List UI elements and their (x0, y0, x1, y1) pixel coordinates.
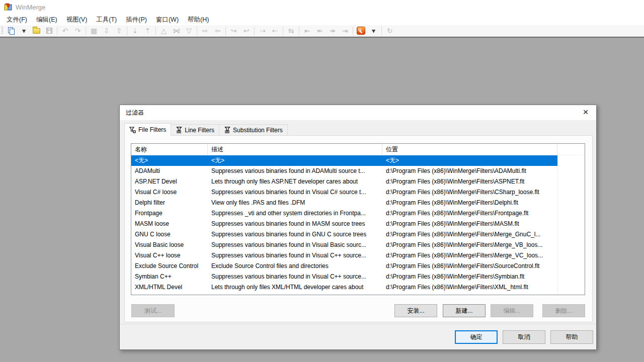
menu-item[interactable]: 工具(T) (92, 14, 121, 26)
tab-line-filters[interactable]: Line Filters (171, 124, 219, 135)
table-row[interactable]: Exclude Source ControlExclude Source Con… (131, 261, 585, 272)
column-header[interactable]: 位置 (382, 144, 557, 155)
cell-description: Suppresses various binaries found in MAS… (208, 219, 382, 229)
column-header[interactable]: 名称 (131, 144, 208, 155)
cell-description: <无> (208, 155, 382, 166)
filter-list-body: <无><无><无>ADAMultiSuppresses various bina… (131, 155, 585, 293)
table-row[interactable]: Delphi filterView only files .PAS and fi… (131, 198, 585, 208)
view-split-button: ▦ (88, 26, 100, 36)
new-file-button[interactable] (5, 26, 18, 36)
edit-button: 编辑... (491, 304, 533, 317)
current-difference-button: ⋈ (170, 26, 183, 36)
cell-name: Symbian C++ (131, 272, 208, 282)
new-pages-icon (8, 27, 15, 35)
menu-item[interactable]: 编辑(E) (32, 14, 62, 26)
tab-label: Line Filters (185, 127, 214, 134)
menu-item[interactable]: 帮助(H) (183, 14, 213, 26)
cell-description: Suppresses various binaries found in Vis… (208, 187, 382, 198)
cell-name: ASP.NET Devel (131, 176, 208, 187)
file-filters-tab-panel: 名称描述位置 <无><无><无>ADAMultiSuppresses vario… (124, 135, 593, 322)
menu-item[interactable]: 窗口(W) (151, 14, 183, 26)
cell-description: Suppresses various binaries found in Vis… (208, 250, 382, 261)
install-button[interactable]: 安装... (394, 304, 437, 317)
cell-description: Lets through only files ASP.NET develope… (208, 176, 382, 187)
last-file-button: ⇥ (339, 26, 351, 36)
new-file-dropdown-caret[interactable]: ▾ (18, 26, 30, 36)
table-row[interactable]: Visual Basic looseSuppresses various bin… (131, 240, 585, 250)
table-row[interactable]: Symbian C++Suppresses various binaries f… (131, 272, 585, 282)
cell-location: d:\Program Files (x86)\WinMerge\Filters\… (382, 282, 557, 293)
copy-to-left-button: ⇠ (269, 26, 281, 36)
test-button: 测试... (131, 304, 175, 317)
close-icon[interactable]: × (579, 106, 592, 118)
cell-description: Suppresses various binaries found in Vis… (208, 240, 382, 250)
save-button (43, 26, 55, 36)
table-row[interactable]: Visual C++ looseSuppresses various binar… (131, 250, 585, 261)
toolbar-separator (127, 27, 127, 35)
toolbar-gripper[interactable] (2, 27, 3, 35)
toolbar-separator (155, 27, 156, 35)
cell-description: Suppresses various binaries found in GNU… (208, 229, 382, 240)
table-row[interactable]: ADAMultiSuppresses various binaries foun… (131, 166, 585, 176)
previous-conflict-button: ⇡ (141, 26, 154, 36)
dialog-titlebar[interactable]: 过滤器 (120, 105, 596, 120)
undo-button: ↶ (59, 26, 71, 36)
tab-label: File Filters (138, 126, 166, 133)
table-row[interactable]: XML/HTML DevelLets through only files XM… (131, 282, 585, 293)
previous-file-button: ↞ (313, 26, 326, 36)
cell-location: d:\Program Files (x86)\WinMerge\Filters\… (382, 208, 557, 219)
toolbar-separator (225, 27, 226, 35)
previous-difference-button: ⇧ (113, 26, 125, 36)
tab-file-filters[interactable]: File Filters (124, 123, 171, 136)
table-row[interactable]: Visual C# looseSuppresses various binari… (131, 187, 585, 198)
cell-description: View only files .PAS and files .DFM (208, 198, 382, 208)
next-difference-button: ⇩ (100, 26, 113, 36)
cell-description: Suppresses various binaries found in ADA… (208, 166, 382, 176)
copy-left-advance-button: ↩ (240, 26, 253, 36)
table-row[interactable]: ASP.NET DevelLets through only files ASP… (131, 176, 585, 187)
toolbar: ▾↶↷▦⇩⇧⇣⇡△⋈▽⇨⇦↪↩⇢⇠⇆⇤↞↠⇥▾↻ (0, 25, 644, 37)
last-difference-button: ▽ (183, 26, 195, 36)
table-row[interactable]: FrontpageSuppresses _vti and other syste… (131, 208, 585, 219)
menu-item[interactable]: 文件(F) (2, 14, 32, 26)
redo-button: ↷ (71, 26, 84, 36)
tab-substitution-filters[interactable]: Substitution Filters (219, 124, 288, 135)
copy-right-advance-button: ↪ (227, 26, 240, 36)
delete-button: 删除... (542, 304, 585, 317)
toolbar-separator (381, 27, 382, 35)
column-header[interactable]: 描述 (208, 144, 382, 155)
next-file-button: ↠ (326, 26, 339, 36)
first-difference-button: △ (157, 26, 170, 36)
copy-to-right-button: ⇢ (256, 26, 269, 36)
filter-list: 名称描述位置 <无><无><无>ADAMultiSuppresses vario… (131, 143, 585, 295)
menu-item[interactable]: 视图(V) (62, 14, 92, 26)
cell-description: Suppresses various binaries found in Vis… (208, 272, 382, 282)
substitution-filters-icon (224, 127, 230, 133)
options-dropdown-caret[interactable]: ▾ (367, 26, 380, 36)
ok-button[interactable]: 确定 (455, 330, 498, 344)
tab-label: Substitution Filters (233, 127, 283, 134)
floppy-icon (46, 28, 52, 34)
cell-name: XML/HTML Devel (131, 282, 208, 293)
toolbar-separator (299, 27, 299, 35)
open-button[interactable] (30, 26, 43, 36)
cell-location: d:\Program Files (x86)\WinMerge\Filters\… (382, 272, 557, 282)
table-row[interactable]: GNU C looseSuppresses various binaries f… (131, 229, 585, 240)
cancel-button[interactable]: 取消 (503, 330, 545, 344)
refresh-button: ↻ (383, 26, 396, 36)
cell-name: <无> (131, 155, 208, 166)
cell-description: Exclude Source Control files and directo… (208, 261, 382, 272)
table-row[interactable]: MASM looseSuppresses various binaries fo… (131, 219, 585, 229)
new-button[interactable]: 新建... (443, 304, 486, 317)
cell-location: d:\Program Files (x86)\WinMerge\Filters\… (382, 198, 557, 208)
copy-left-button: ⇦ (211, 26, 224, 36)
cell-name: GNU C loose (131, 229, 208, 240)
table-row[interactable]: <无><无><无> (131, 155, 585, 166)
toolbar-separator (86, 27, 86, 35)
toolbar-separator (283, 27, 283, 35)
cell-location: d:\Program Files (x86)\WinMerge\Filters\… (382, 261, 557, 272)
menu-item[interactable]: 插件(P) (121, 14, 151, 26)
options-button[interactable] (355, 26, 367, 36)
file-filters-icon (129, 127, 136, 133)
help-button[interactable]: 帮助 (550, 330, 593, 344)
